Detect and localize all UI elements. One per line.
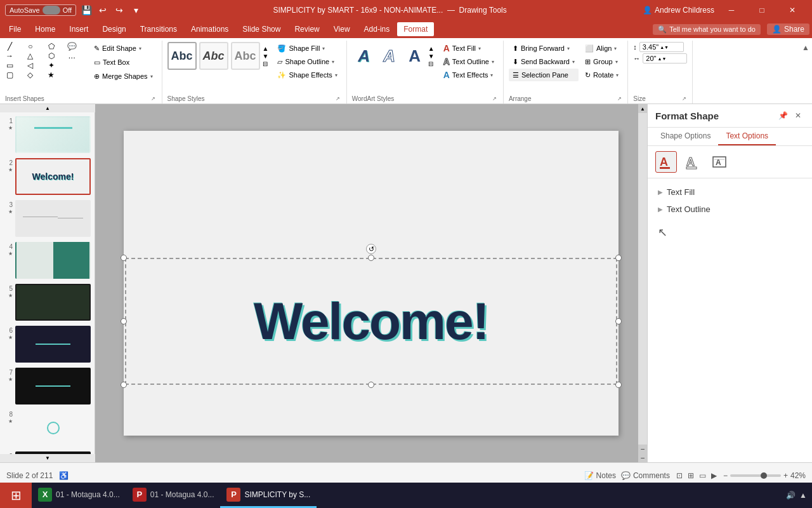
- tab-shape-options[interactable]: Shape Options: [653, 128, 718, 145]
- shape-rtriangle[interactable]: ◁: [26, 61, 35, 70]
- wordart-2[interactable]: A: [377, 42, 402, 70]
- taskbar-speaker[interactable]: 🔊: [786, 491, 796, 500]
- taskbar-hide[interactable]: ▲: [799, 491, 807, 500]
- menu-file[interactable]: File: [3, 22, 27, 36]
- abc-style-3[interactable]: Abc: [231, 42, 260, 70]
- view-reading[interactable]: ▭: [698, 470, 707, 481]
- zoom-out-button[interactable]: −: [723, 471, 728, 480]
- abc-scroll-down[interactable]: ▼: [263, 53, 269, 60]
- shape-circle[interactable]: ○: [26, 42, 35, 51]
- slide-9[interactable]: 9 ★: [3, 450, 92, 455]
- canvas-scroll-up[interactable]: ▲: [638, 104, 647, 113]
- shape-effects-button[interactable]: ✨ Shape Effects ▾: [273, 69, 341, 81]
- width-input[interactable]: 20" ▲▼: [643, 53, 687, 64]
- shape-more[interactable]: …: [67, 51, 76, 60]
- text-outline-icon-button[interactable]: A: [682, 151, 704, 173]
- handle-tc[interactable]: [368, 255, 374, 261]
- shape-hex[interactable]: ⬡: [47, 51, 56, 60]
- slide-1-thumb[interactable]: [15, 116, 91, 153]
- abc-style-1[interactable]: Abc: [167, 42, 197, 70]
- canvas-scroll-mid2[interactable]: ─: [638, 453, 647, 462]
- text-box-icon-button[interactable]: A: [709, 151, 730, 173]
- slide-3[interactable]: 3 ★: [3, 199, 92, 238]
- handle-tl[interactable]: [121, 255, 127, 261]
- customize-button[interactable]: ▾: [129, 4, 142, 17]
- zoom-thumb[interactable]: [761, 472, 767, 479]
- abc-scroll-up[interactable]: ▲: [263, 45, 269, 52]
- selection-pane-button[interactable]: ☰ Selection Pane: [509, 69, 579, 81]
- shape-star5[interactable]: ★: [47, 70, 56, 79]
- size-expand[interactable]: ↗: [681, 96, 687, 102]
- shape-callout[interactable]: 💬: [67, 42, 76, 51]
- slide-2[interactable]: 2 ★ Welcome!: [3, 157, 92, 196]
- slide-7[interactable]: 7 ★: [3, 366, 92, 406]
- menu-addins[interactable]: Add-ins: [358, 22, 396, 36]
- shape-star4[interactable]: ✦: [47, 61, 56, 70]
- close-button[interactable]: ✕: [778, 0, 807, 20]
- wordart-scroll-up[interactable]: ▲: [428, 45, 435, 52]
- shape-outline-button[interactable]: ▱ Shape Outline ▾: [273, 55, 341, 68]
- wordart-3[interactable]: A: [403, 42, 427, 70]
- panel-pin-button[interactable]: 📌: [776, 109, 789, 122]
- autosave-badge[interactable]: AutoSave Off: [5, 4, 76, 16]
- slide-2-thumb[interactable]: Welcome!: [15, 158, 91, 195]
- shape-fill-button[interactable]: 🪣 Shape Fill ▾: [273, 42, 341, 55]
- text-fill-section[interactable]: ▶ Text Fill: [655, 184, 804, 201]
- shape-arrow[interactable]: →: [5, 51, 14, 60]
- handle-br[interactable]: [615, 382, 622, 388]
- text-fill-icon-button[interactable]: A: [655, 151, 677, 173]
- group-button[interactable]: ⊞ Group ▾: [581, 55, 622, 68]
- bring-forward-button[interactable]: ⬆ Bring Forward ▾: [509, 42, 579, 55]
- height-input[interactable]: 3.45" ▲▼: [639, 42, 684, 52]
- restore-button[interactable]: □: [747, 0, 776, 20]
- shape-diamond[interactable]: ◇: [26, 70, 35, 79]
- ribbon-collapse[interactable]: ▲: [799, 41, 812, 55]
- taskbar-excel[interactable]: X 01 - Motagua 4.0...: [32, 483, 126, 508]
- text-box-button[interactable]: ▭Text Box: [90, 56, 157, 69]
- search-box[interactable]: 🔍 Tell me what you want to do: [653, 24, 761, 35]
- zoom-in-button[interactable]: +: [783, 471, 788, 480]
- save-button[interactable]: 💾: [80, 4, 93, 17]
- menu-design[interactable]: Design: [96, 22, 132, 36]
- comments-button[interactable]: 💬 Comments: [621, 471, 670, 480]
- wordart-1[interactable]: A: [352, 42, 376, 70]
- menu-insert[interactable]: Insert: [63, 22, 95, 36]
- canvas-scroll-mid1[interactable]: ─: [638, 444, 647, 453]
- undo-button[interactable]: ↩: [96, 4, 109, 17]
- handle-tr[interactable]: [615, 255, 622, 261]
- edit-shape-button[interactable]: ✎Edit Shape ▾: [90, 42, 157, 55]
- menu-transitions[interactable]: Transitions: [134, 22, 183, 36]
- send-backward-button[interactable]: ⬇ Send Backward ▾: [509, 55, 579, 68]
- start-button[interactable]: ⊞: [0, 483, 32, 508]
- view-slideshow[interactable]: ▶: [710, 470, 718, 481]
- text-outline-button[interactable]: A Text Outline ▾: [440, 55, 498, 68]
- menu-slideshow[interactable]: Slide Show: [236, 22, 287, 36]
- minimize-button[interactable]: ─: [717, 0, 746, 20]
- shape-rect[interactable]: ▭: [5, 61, 14, 70]
- insert-shapes-expand[interactable]: ↗: [150, 96, 157, 102]
- handle-bl[interactable]: [121, 382, 127, 388]
- panel-close-button[interactable]: ✕: [792, 109, 804, 122]
- shape-styles-expand[interactable]: ↗: [335, 96, 341, 102]
- abc-more[interactable]: ⊟: [263, 60, 269, 67]
- rotate-button[interactable]: ↻ Rotate ▾: [581, 69, 622, 81]
- slide-8-thumb[interactable]: [15, 410, 91, 446]
- text-fill-button[interactable]: A Text Fill ▾: [440, 42, 498, 55]
- taskbar-ppt2[interactable]: P SIMPLICITY by S...: [220, 483, 317, 508]
- wordart-scroll-down[interactable]: ▼: [428, 53, 435, 60]
- accessibility-button[interactable]: ♿: [59, 471, 69, 480]
- taskbar-ppt1[interactable]: P 01 - Motagua 4.0...: [126, 483, 221, 508]
- user-button[interactable]: 👤 Andrew Childress: [643, 6, 714, 15]
- autosave-toggle[interactable]: [43, 6, 60, 15]
- welcome-text[interactable]: Welcome!: [254, 291, 488, 351]
- tab-text-options[interactable]: Text Options: [718, 128, 776, 145]
- slides-scroll-down[interactable]: ▼: [0, 454, 95, 462]
- shape-line[interactable]: ╱: [5, 42, 14, 51]
- menu-animations[interactable]: Animations: [185, 22, 235, 36]
- handle-mr[interactable]: [615, 318, 622, 324]
- menu-review[interactable]: Review: [288, 22, 325, 36]
- handle-bc[interactable]: [368, 382, 374, 388]
- slide-6-thumb[interactable]: [15, 326, 91, 363]
- height-spinners[interactable]: ▲▼: [660, 45, 669, 50]
- view-normal[interactable]: ⊡: [675, 470, 684, 481]
